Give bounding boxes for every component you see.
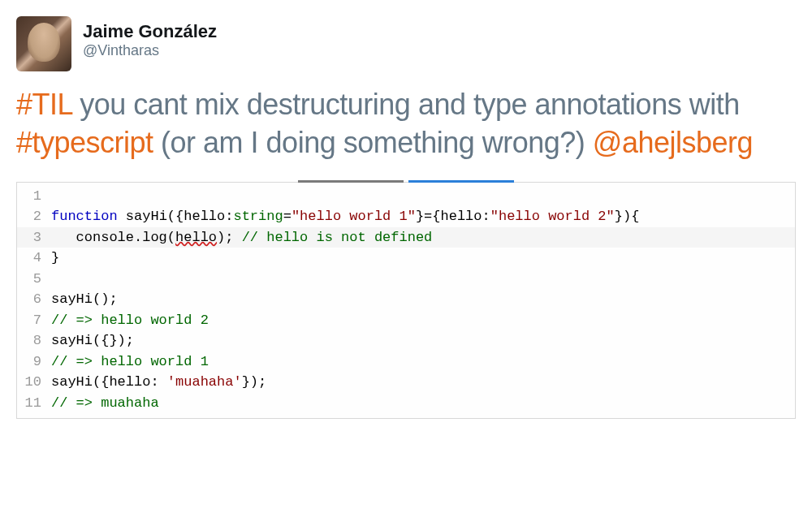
code-block: 12function sayHi({hello:string="hello wo… [17, 183, 795, 419]
line-number: 9 [17, 351, 48, 373]
tweet-text: #TIL you cant mix destructuring and type… [16, 86, 796, 162]
code-line: 5 [17, 269, 795, 290]
line-content [48, 269, 51, 290]
code-token: }={hello: [416, 209, 490, 224]
line-number: 10 [17, 372, 48, 393]
code-token: ); [217, 230, 242, 245]
line-content: function sayHi({hello:string="hello worl… [48, 206, 639, 227]
line-content: sayHi(); [48, 289, 118, 310]
code-token: function [51, 209, 118, 224]
line-number: 3 [17, 227, 48, 248]
code-line: 8sayHi({}); [17, 330, 795, 351]
code-line: 10sayHi({hello: 'muahaha'}); [17, 372, 795, 393]
code-token: }){ [615, 209, 640, 224]
code-token: sayHi({}); [51, 333, 134, 348]
code-token: hello [175, 230, 217, 245]
code-line: 6sayHi(); [17, 289, 795, 310]
line-number: 2 [17, 206, 48, 227]
code-token: sayHi({hello: [118, 209, 234, 224]
line-number: 7 [17, 310, 48, 331]
code-token: string [233, 209, 283, 224]
loading-gray [298, 180, 404, 183]
loading-bar [17, 180, 795, 183]
code-line: 3 console.log(hello); // hello is not de… [17, 227, 795, 248]
user-handle[interactable]: @Vintharas [83, 42, 217, 60]
tweet-text-fragment: (or am I doing something wrong?) [153, 126, 593, 159]
code-line: 2function sayHi({hello:string="hello wor… [17, 206, 795, 227]
line-number: 5 [17, 269, 48, 290]
mention[interactable]: @ahejlsberg [593, 126, 753, 159]
code-line: 9// => hello world 1 [17, 351, 795, 373]
line-content: sayHi({hello: 'muahaha'}); [48, 372, 266, 393]
code-token: "hello world 1" [292, 209, 416, 224]
code-token: sayHi({hello: [51, 374, 167, 390]
line-number: 11 [17, 393, 48, 414]
loading-blue [408, 180, 514, 183]
hashtag[interactable]: #typescript [16, 126, 153, 159]
code-token: console.log( [51, 230, 175, 245]
line-content: console.log(hello); // hello is not defi… [48, 227, 432, 248]
line-content: // => hello world 1 [48, 351, 209, 373]
tweet-header: Jaime González @Vintharas [16, 16, 796, 71]
line-content: sayHi({}); [48, 330, 134, 351]
code-token: // => hello world 1 [51, 354, 209, 369]
code-token: 'muahaha' [167, 374, 242, 390]
line-content: // => muahaha [48, 393, 159, 414]
display-name[interactable]: Jaime González [83, 21, 217, 42]
tweet-text-fragment: you cant mix destructuring and type anno… [72, 88, 740, 121]
line-content [48, 186, 51, 207]
line-number: 8 [17, 330, 48, 351]
code-token: }); [242, 374, 267, 390]
code-embed: 12function sayHi({hello:string="hello wo… [16, 182, 796, 420]
code-line: 11// => muahaha [17, 393, 795, 414]
avatar[interactable] [16, 16, 71, 71]
code-token: "hello world 2" [490, 209, 615, 224]
line-number: 1 [17, 186, 48, 207]
code-token: // hello is not defined [242, 230, 433, 245]
user-names: Jaime González @Vintharas [83, 16, 217, 60]
line-content: } [48, 248, 59, 269]
code-line: 1 [17, 186, 795, 207]
hashtag[interactable]: #TIL [16, 88, 72, 121]
avatar-image [28, 23, 60, 62]
line-number: 6 [17, 289, 48, 310]
code-token: sayHi(); [51, 291, 118, 307]
code-token: // => muahaha [51, 395, 159, 411]
line-content: // => hello world 2 [48, 310, 209, 331]
tweet-card: Jaime González @Vintharas #TIL you cant … [16, 16, 796, 419]
code-line: 7// => hello world 2 [17, 310, 795, 331]
code-line: 4} [17, 248, 795, 269]
code-token: } [51, 250, 59, 265]
code-token: = [283, 209, 292, 224]
line-number: 4 [17, 248, 48, 269]
code-token: // => hello world 2 [51, 313, 209, 328]
